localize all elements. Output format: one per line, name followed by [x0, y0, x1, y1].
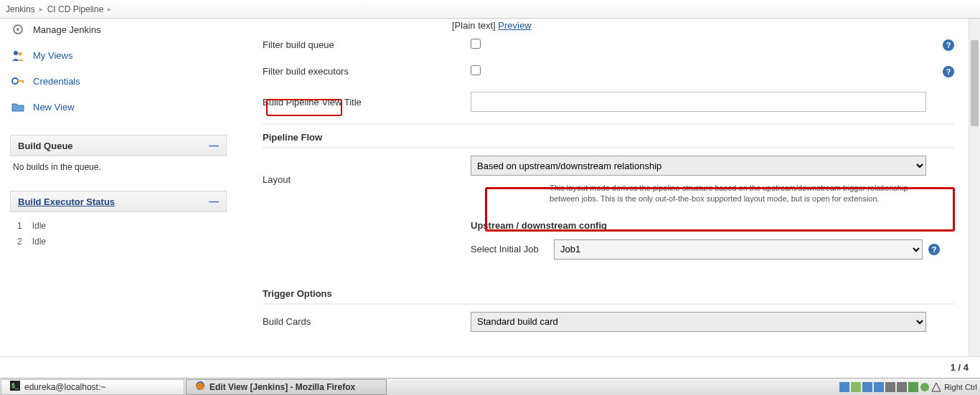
svg-point-17	[920, 383, 929, 391]
sidebar-item-label: Manage Jenkins	[33, 24, 101, 35]
gear-icon	[10, 22, 26, 37]
executor-status-link[interactable]: Build Executor Status	[18, 196, 115, 207]
svg-rect-14	[885, 382, 895, 392]
os-taskbar: $_ edureka@localhost:~ Edit View [Jenkin…	[0, 378, 980, 395]
svg-point-2	[14, 51, 18, 55]
sidebar: Manage Jenkins My Views Credentials New …	[0, 19, 234, 356]
svg-rect-15	[897, 382, 907, 392]
help-icon[interactable]: ?	[943, 39, 954, 51]
section-trigger-options: Trigger Options	[263, 281, 954, 303]
key-icon	[10, 73, 26, 89]
executor-state: Idle	[32, 237, 46, 247]
firefox-icon	[195, 381, 205, 393]
sidebar-item-label: Credentials	[33, 76, 80, 87]
svg-text:$_: $_	[11, 382, 19, 389]
executor-state: Idle	[32, 221, 46, 231]
statusbar: 1 / 4	[0, 356, 980, 378]
panel-title: Build Queue	[18, 141, 73, 151]
queue-empty-msg: No builds in the queue.	[13, 162, 101, 172]
filter-executors-label: Filter build executors	[263, 66, 471, 77]
svg-rect-6	[22, 80, 24, 83]
svg-point-4	[12, 78, 18, 84]
scrollbar-vertical[interactable]	[969, 19, 980, 356]
svg-rect-11	[851, 382, 861, 392]
tray-icon[interactable]	[839, 382, 849, 392]
people-icon	[10, 47, 26, 63]
breadcrumb: Jenkins ▸ CI CD Pipeline ▸	[0, 0, 980, 19]
layout-select[interactable]: Based on upstream/downstream relationshi…	[471, 156, 926, 176]
chevron-right-icon: ▸	[39, 5, 43, 13]
panel-build-queue: Build Queue —	[10, 135, 227, 156]
svg-rect-13	[874, 382, 884, 392]
layout-hint: This layout mode derives the pipeline st…	[550, 183, 937, 204]
page-count: 1 / 4	[951, 362, 969, 373]
build-queue-body: No builds in the queue.	[10, 156, 227, 178]
layout-label: Layout	[263, 174, 471, 185]
collapse-icon[interactable]: —	[209, 196, 219, 207]
tray-icon[interactable]	[908, 382, 918, 392]
terminal-icon: $_	[10, 381, 20, 393]
svg-rect-12	[862, 382, 872, 392]
updown-config-title: Upstream / downstream config	[471, 220, 954, 231]
tray-icon[interactable]	[851, 382, 861, 392]
sidebar-item-label: New View	[33, 102, 75, 113]
filter-queue-label: Filter build queue	[263, 39, 471, 50]
sidebar-item-credentials[interactable]: Credentials	[10, 70, 227, 96]
svg-point-1	[17, 28, 19, 31]
section-pipeline-flow: Pipeline Flow	[263, 125, 954, 147]
tray-icon[interactable]	[862, 382, 872, 392]
view-title-input[interactable]	[471, 92, 926, 112]
svg-rect-10	[839, 382, 849, 392]
task-label: edureka@localhost:~	[24, 382, 105, 392]
tray-icon[interactable]	[897, 382, 907, 392]
svg-rect-16	[908, 382, 918, 392]
collapse-icon[interactable]: —	[209, 140, 219, 151]
system-tray: Right Ctrl	[837, 382, 980, 392]
tray-icon[interactable]	[931, 382, 941, 392]
help-icon[interactable]: ?	[943, 66, 954, 77]
sidebar-item-label: My Views	[33, 50, 72, 61]
initial-job-select[interactable]: Job1	[554, 239, 923, 260]
sidebar-item-new-view[interactable]: New View	[10, 96, 227, 122]
view-title-label: Build Pipeline View Title	[263, 97, 471, 108]
build-cards-label: Build Cards	[263, 316, 471, 327]
executor-num: 1	[17, 221, 22, 231]
tray-icon[interactable]	[920, 382, 930, 392]
config-form: [Plain text] Preview Filter build queue …	[234, 19, 969, 356]
initial-job-label: Select Initial Job	[471, 244, 548, 254]
task-browser[interactable]: Edit View [Jenkins] - Mozilla Firefox	[186, 379, 387, 395]
executor-row: 2 Idle	[13, 234, 224, 249]
build-cards-select[interactable]: Standard build card	[471, 312, 926, 332]
svg-point-3	[19, 52, 22, 56]
tray-icon[interactable]	[874, 382, 884, 392]
folder-icon	[10, 99, 26, 115]
tray-icon[interactable]	[885, 382, 895, 392]
chevron-right-icon: ▸	[108, 5, 111, 13]
task-label: Edit View [Jenkins] - Mozilla Firefox	[209, 382, 355, 392]
help-icon[interactable]: ?	[928, 244, 940, 255]
panel-executors: Build Executor Status —	[10, 191, 227, 212]
sidebar-item-manage-jenkins[interactable]: Manage Jenkins	[10, 19, 227, 44]
filter-queue-checkbox[interactable]	[471, 39, 481, 49]
task-terminal[interactable]: $_ edureka@localhost:~	[1, 379, 184, 395]
scrollbar-thumb[interactable]	[971, 40, 979, 126]
right-ctrl-label: Right Ctrl	[944, 383, 977, 391]
breadcrumb-jenkins[interactable]: Jenkins	[6, 4, 35, 14]
breadcrumb-project[interactable]: CI CD Pipeline	[47, 4, 104, 14]
executors-body: 1 Idle 2 Idle	[10, 212, 227, 255]
sidebar-item-my-views[interactable]: My Views	[10, 44, 227, 70]
filter-executors-checkbox[interactable]	[471, 65, 481, 75]
executor-row: 1 Idle	[13, 218, 224, 234]
executor-num: 2	[17, 237, 22, 247]
